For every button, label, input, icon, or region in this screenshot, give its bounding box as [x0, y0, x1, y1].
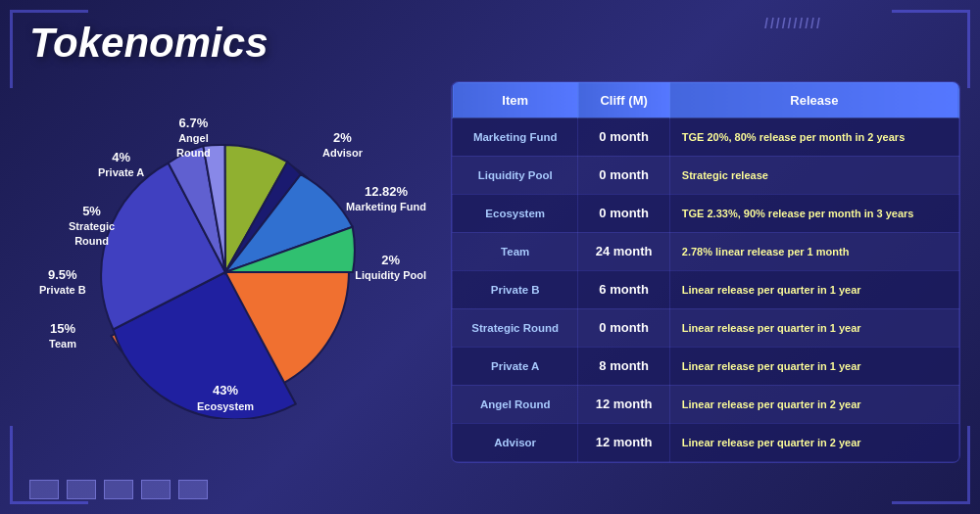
cell-item: Private A — [453, 347, 578, 385]
table-row: Marketing Fund0 monthTGE 20%, 80% releas… — [453, 117, 959, 156]
cell-cliff: 0 month — [578, 308, 669, 347]
table-header-row: Item Cliff (M) Release — [453, 82, 959, 117]
cell-item: Strategic Round — [453, 308, 578, 347]
col-header-release: Release — [669, 82, 958, 117]
corner-decoration-tr — [892, 10, 970, 88]
cell-release: Linear release per quarter in 1 year — [669, 270, 958, 308]
label-advisor: 2% Advisor — [322, 130, 363, 161]
cell-cliff: 24 month — [578, 232, 669, 270]
table-row: Private B6 monthLinear release per quart… — [453, 270, 959, 308]
cell-cliff: 0 month — [578, 194, 669, 232]
table-row: Liquidity Pool0 monthStrategic release — [453, 156, 959, 194]
label-ecosystem: 43% Ecosystem — [197, 383, 254, 413]
table-row: Advisor12 monthLinear release per quarte… — [453, 423, 959, 461]
label-strategic: 5% Strategic Round — [69, 204, 115, 248]
cell-release: Strategic release — [669, 156, 958, 194]
stripe-decoration — [764, 15, 882, 32]
cell-item: Ecosystem — [453, 194, 578, 232]
cell-release: 2.78% linear release per 1 month — [669, 232, 958, 270]
cell-cliff: 12 month — [578, 423, 669, 461]
decoration-square-3 — [104, 480, 133, 499]
cell-release: Linear release per quarter in 1 year — [669, 347, 958, 385]
table-row: Angel Round12 monthLinear release per qu… — [453, 385, 959, 423]
label-liquidity: 2% Liquidity Pool — [355, 253, 426, 283]
table-row: Ecosystem0 monthTGE 2.33%, 90% release p… — [453, 194, 959, 232]
label-marketing: 12.82% Marketing Fund — [346, 184, 426, 214]
cell-cliff: 6 month — [578, 270, 669, 308]
cell-item: Marketing Fund — [453, 117, 578, 156]
cell-item: Liquidity Pool — [453, 156, 578, 194]
cell-cliff: 0 month — [578, 156, 669, 194]
label-angel: 6.7% Angel Round — [176, 116, 211, 160]
cell-release: Linear release per quarter in 2 year — [669, 423, 958, 461]
col-header-cliff: Cliff (M) — [578, 82, 669, 117]
table-row: Private A8 monthLinear release per quart… — [453, 347, 959, 385]
cell-item: Private B — [453, 270, 578, 308]
bottom-squares-decoration — [29, 480, 208, 499]
cell-release: Linear release per quarter in 1 year — [669, 308, 958, 347]
chart-area: .pie-slice { stroke: #1a1a4e; stroke-wid… — [20, 76, 431, 468]
cell-cliff: 8 month — [578, 347, 669, 385]
tokenomics-table: Item Cliff (M) Release Marketing Fund0 m… — [452, 82, 959, 462]
cell-release: TGE 2.33%, 90% release per month in 3 ye… — [669, 194, 958, 232]
decoration-square-1 — [29, 480, 59, 499]
label-privateb: 9.5% Private B — [39, 267, 86, 298]
cell-item: Advisor — [453, 423, 578, 461]
chart-labels: 43% Ecosystem 15% Team 9.5% Private B 5%… — [78, 125, 372, 419]
decoration-square-2 — [67, 480, 96, 499]
col-header-item: Item — [453, 82, 578, 117]
decoration-square-4 — [141, 480, 171, 499]
cell-release: TGE 20%, 80% release per month in 2 year… — [669, 117, 958, 156]
pie-chart: .pie-slice { stroke: #1a1a4e; stroke-wid… — [78, 125, 372, 419]
table-row: Team24 month2.78% linear release per 1 m… — [453, 232, 959, 270]
cell-cliff: 12 month — [578, 385, 669, 423]
page-title: Tokenomics — [29, 20, 269, 67]
table-row: Strategic Round0 monthLinear release per… — [453, 308, 959, 347]
cell-item: Team — [453, 232, 578, 270]
cell-release: Linear release per quarter in 2 year — [669, 385, 958, 423]
label-team: 15% Team — [49, 321, 76, 351]
cell-item: Angel Round — [453, 385, 578, 423]
main-content: .pie-slice { stroke: #1a1a4e; stroke-wid… — [20, 78, 960, 465]
data-table-container: Item Cliff (M) Release Marketing Fund0 m… — [451, 81, 960, 463]
decoration-square-5 — [178, 480, 208, 499]
label-privatea: 4% Private A — [98, 150, 144, 180]
cell-cliff: 0 month — [578, 117, 669, 156]
